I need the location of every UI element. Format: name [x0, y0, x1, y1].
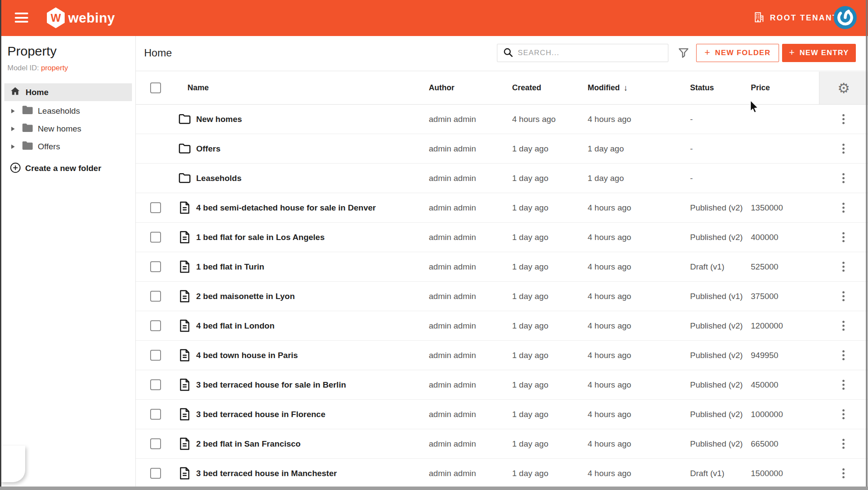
- document-icon: [178, 231, 191, 244]
- table-row[interactable]: 4 bed flat in London admin admin 1 day a…: [136, 311, 868, 341]
- row-menu-button[interactable]: [840, 318, 847, 333]
- table-row[interactable]: 4 bed semi-detached house for sale in De…: [136, 193, 868, 223]
- webiny-logo-icon[interactable]: W: [47, 7, 65, 28]
- sidebar-folder-leaseholds[interactable]: Leaseholds: [0, 102, 132, 120]
- column-header-price[interactable]: Price: [751, 72, 819, 104]
- row-checkbox[interactable]: [150, 291, 161, 302]
- sidebar-folder-label: New homes: [38, 124, 81, 134]
- sidebar-folder-label: Offers: [38, 142, 60, 151]
- row-menu-button[interactable]: [840, 436, 847, 451]
- row-status: Published (v2): [690, 223, 751, 252]
- row-checkbox[interactable]: [150, 468, 161, 479]
- row-name-link[interactable]: 2 bed maisonette in Lyon: [196, 292, 295, 301]
- row-checkbox[interactable]: [150, 202, 161, 213]
- row-checkbox[interactable]: [150, 438, 161, 449]
- row-name-link[interactable]: 1 bed flat in Turin: [196, 262, 264, 272]
- row-name-link[interactable]: New homes: [196, 115, 242, 124]
- column-header-created[interactable]: Created: [512, 72, 588, 104]
- sidebar-folder-offers[interactable]: Offers: [0, 138, 132, 155]
- tenant-label: ROOT TENANT: [770, 13, 838, 23]
- row-checkbox[interactable]: [150, 261, 161, 272]
- chevron-right-icon[interactable]: [11, 127, 15, 131]
- row-price: [751, 134, 819, 163]
- select-all-checkbox[interactable]: [150, 82, 161, 93]
- sidebar-folder-new-homes[interactable]: New homes: [0, 120, 132, 138]
- table-row[interactable]: 1 bed flat for sale in Los Angeles admin…: [136, 223, 868, 252]
- model-id-link[interactable]: property: [41, 64, 68, 72]
- create-folder-button[interactable]: Create a new folder: [10, 160, 101, 177]
- table-row[interactable]: 2 bed flat in San Francisco admin admin …: [136, 429, 868, 459]
- row-checkbox[interactable]: [150, 409, 161, 420]
- table-row[interactable]: 3 bed terraced house for sale in Berlin …: [136, 370, 868, 400]
- row-menu-button[interactable]: [840, 230, 847, 245]
- row-checkbox[interactable]: [150, 350, 161, 361]
- new-entry-button[interactable]: + NEW ENTRY: [782, 44, 856, 62]
- row-author: admin admin: [429, 164, 512, 193]
- document-icon: [178, 408, 191, 421]
- row-checkbox[interactable]: [150, 232, 161, 243]
- row-name-link[interactable]: 4 bed town house in Paris: [196, 351, 298, 360]
- vertical-scrollbar[interactable]: [866, 0, 868, 490]
- table-body: New homes admin admin 4 hours ago 4 hour…: [136, 105, 868, 488]
- row-name-link[interactable]: 2 bed flat in San Francisco: [196, 439, 301, 449]
- document-icon: [178, 349, 191, 362]
- filter-icon[interactable]: [677, 47, 690, 59]
- row-menu-button[interactable]: [840, 466, 847, 481]
- row-menu-button[interactable]: [840, 200, 847, 215]
- sidebar-corner-decoration: [0, 446, 25, 482]
- row-name-link[interactable]: 1 bed flat for sale in Los Angeles: [196, 233, 325, 242]
- table-row[interactable]: 1 bed flat in Turin admin admin 1 day ag…: [136, 252, 868, 282]
- row-menu-button[interactable]: [840, 377, 847, 392]
- document-icon: [178, 290, 191, 303]
- table-row[interactable]: 4 bed town house in Paris admin admin 1 …: [136, 341, 868, 370]
- row-price: 1350000: [751, 193, 819, 222]
- row-created: 1 day ago: [512, 282, 588, 311]
- hamburger-menu-icon[interactable]: [15, 13, 28, 23]
- table-row[interactable]: 2 bed maisonette in Lyon admin admin 1 d…: [136, 282, 868, 311]
- row-name-link[interactable]: 3 bed terraced house in Manchester: [196, 469, 337, 478]
- row-status: Draft (v1): [690, 459, 751, 488]
- row-status: -: [690, 105, 751, 134]
- row-name-link[interactable]: Offers: [196, 144, 220, 154]
- sidebar-item-home[interactable]: Home: [4, 83, 132, 101]
- row-name-link[interactable]: 3 bed terraced house in Florence: [196, 410, 326, 419]
- row-created: 1 day ago: [512, 164, 588, 193]
- horizontal-scrollbar[interactable]: [0, 487, 868, 490]
- column-header-name[interactable]: Name: [175, 72, 429, 104]
- row-menu-button[interactable]: [840, 141, 847, 156]
- table-row[interactable]: Offers admin admin 1 day ago 1 day ago -: [136, 134, 868, 164]
- row-name-link[interactable]: 4 bed semi-detached house for sale in De…: [196, 203, 376, 213]
- row-menu-button[interactable]: [840, 407, 847, 422]
- table-row[interactable]: 3 bed terraced house in Manchester admin…: [136, 459, 868, 488]
- row-menu-button[interactable]: [840, 259, 847, 274]
- user-avatar[interactable]: [834, 6, 857, 29]
- column-header-author[interactable]: Author: [429, 72, 512, 104]
- row-created: 1 day ago: [512, 400, 588, 429]
- column-header-modified[interactable]: Modified ↓: [588, 72, 690, 104]
- home-icon: [10, 86, 21, 99]
- row-status: Published (v2): [690, 400, 751, 429]
- table-row[interactable]: 3 bed terraced house in Florence admin a…: [136, 400, 868, 429]
- sort-descending-icon: ↓: [624, 83, 628, 93]
- row-menu-button[interactable]: [840, 171, 847, 186]
- row-status: Published (v2): [690, 193, 751, 222]
- chevron-right-icon[interactable]: [11, 109, 15, 113]
- row-name-link[interactable]: 4 bed flat in London: [196, 321, 274, 331]
- column-settings-button[interactable]: ⚙: [819, 72, 868, 104]
- chevron-right-icon[interactable]: [11, 145, 15, 149]
- row-checkbox[interactable]: [150, 379, 161, 390]
- table-row[interactable]: New homes admin admin 4 hours ago 4 hour…: [136, 105, 868, 134]
- row-menu-button[interactable]: [840, 348, 847, 363]
- row-name-link[interactable]: Leaseholds: [196, 174, 242, 183]
- row-price: 400000: [751, 223, 819, 252]
- row-menu-button[interactable]: [840, 112, 847, 127]
- column-header-status[interactable]: Status: [690, 72, 751, 104]
- tenant-selector[interactable]: ROOT TENANT: [753, 11, 838, 25]
- new-folder-button[interactable]: + NEW FOLDER: [696, 44, 779, 62]
- row-name-link[interactable]: 3 bed terraced house for sale in Berlin: [196, 380, 346, 390]
- row-checkbox[interactable]: [150, 320, 161, 331]
- app-window: W webiny ROOT TENANT: [0, 0, 868, 490]
- table-row[interactable]: Leaseholds admin admin 1 day ago 1 day a…: [136, 164, 868, 193]
- search-input[interactable]: [518, 49, 668, 57]
- row-menu-button[interactable]: [840, 289, 847, 304]
